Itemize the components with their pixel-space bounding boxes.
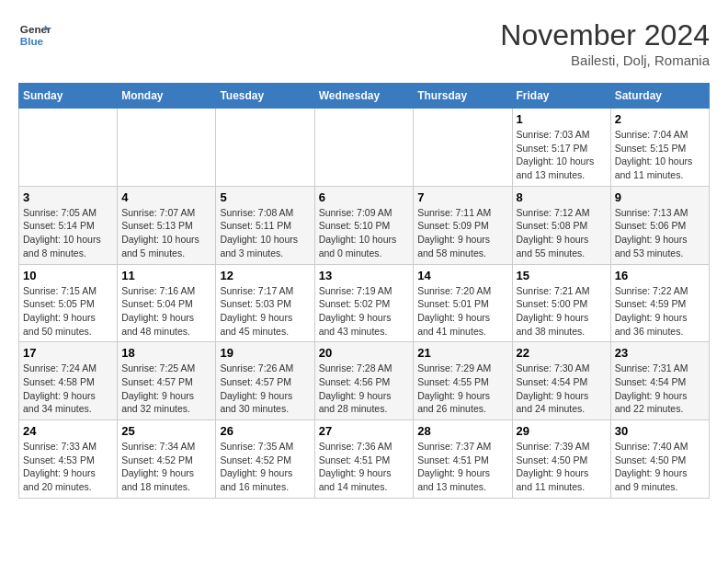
day-number: 20: [319, 346, 410, 360]
calendar-table: SundayMondayTuesdayWednesdayThursdayFrid…: [18, 83, 710, 499]
day-info: Sunrise: 7:34 AMSunset: 4:52 PMDaylight:…: [121, 440, 211, 494]
calendar-cell: 2Sunrise: 7:04 AMSunset: 5:15 PMDaylight…: [610, 109, 709, 187]
calendar-cell: 27Sunrise: 7:36 AMSunset: 4:51 PMDayligh…: [314, 420, 414, 499]
day-info: Sunrise: 7:24 AMSunset: 4:58 PMDaylight:…: [23, 362, 113, 416]
calendar-cell: 23Sunrise: 7:31 AMSunset: 4:54 PMDayligh…: [610, 342, 709, 420]
calendar-cell: 28Sunrise: 7:37 AMSunset: 4:51 PMDayligh…: [414, 420, 512, 499]
calendar-cell: 12Sunrise: 7:17 AMSunset: 5:03 PMDayligh…: [216, 264, 314, 342]
calendar-cell: 1Sunrise: 7:03 AMSunset: 5:17 PMDaylight…: [512, 109, 610, 187]
day-number: 11: [121, 269, 211, 282]
weekday-header-monday: Monday: [118, 84, 216, 109]
weekday-header-wednesday: Wednesday: [314, 84, 414, 109]
day-number: 1: [517, 112, 607, 126]
day-number: 14: [417, 269, 507, 282]
calendar-week-row: 3Sunrise: 7:05 AMSunset: 5:14 PMDaylight…: [19, 186, 710, 264]
calendar-cell: 4Sunrise: 7:07 AMSunset: 5:13 PMDaylight…: [118, 186, 216, 264]
day-info: Sunrise: 7:16 AMSunset: 5:04 PMDaylight:…: [121, 284, 211, 339]
calendar-cell: [19, 109, 118, 187]
day-info: Sunrise: 7:04 AMSunset: 5:15 PMDaylight:…: [615, 128, 705, 182]
calendar-cell: [118, 109, 216, 187]
day-number: 28: [417, 424, 507, 438]
calendar-cell: 22Sunrise: 7:30 AMSunset: 4:54 PMDayligh…: [512, 342, 610, 420]
day-info: Sunrise: 7:28 AMSunset: 4:56 PMDaylight:…: [319, 362, 410, 416]
day-number: 7: [417, 190, 507, 204]
day-number: 10: [23, 269, 113, 282]
day-info: Sunrise: 7:26 AMSunset: 4:57 PMDaylight:…: [220, 362, 310, 416]
day-number: 25: [121, 424, 211, 438]
calendar-week-row: 1Sunrise: 7:03 AMSunset: 5:17 PMDaylight…: [19, 109, 710, 187]
calendar-cell: 30Sunrise: 7:40 AMSunset: 4:50 PMDayligh…: [610, 420, 709, 499]
day-info: Sunrise: 7:19 AMSunset: 5:02 PMDaylight:…: [319, 284, 410, 339]
day-info: Sunrise: 7:35 AMSunset: 4:52 PMDaylight:…: [220, 440, 310, 494]
weekday-header-saturday: Saturday: [610, 84, 709, 109]
month-title: November 2024: [500, 18, 710, 52]
day-info: Sunrise: 7:05 AMSunset: 5:14 PMDaylight:…: [23, 206, 113, 260]
day-number: 23: [615, 346, 705, 360]
day-info: Sunrise: 7:13 AMSunset: 5:06 PMDaylight:…: [615, 206, 705, 260]
weekday-header-sunday: Sunday: [19, 84, 118, 109]
day-number: 2: [615, 112, 705, 126]
day-info: Sunrise: 7:37 AMSunset: 4:51 PMDaylight:…: [417, 440, 507, 494]
calendar-cell: 7Sunrise: 7:11 AMSunset: 5:09 PMDaylight…: [414, 186, 512, 264]
day-info: Sunrise: 7:08 AMSunset: 5:11 PMDaylight:…: [220, 206, 310, 260]
page-header: General Blue November 2024 Bailesti, Dol…: [18, 18, 710, 68]
calendar-cell: 5Sunrise: 7:08 AMSunset: 5:11 PMDaylight…: [216, 186, 314, 264]
calendar-cell: 29Sunrise: 7:39 AMSunset: 4:50 PMDayligh…: [512, 420, 610, 499]
calendar-cell: 8Sunrise: 7:12 AMSunset: 5:08 PMDaylight…: [512, 186, 610, 264]
day-number: 30: [615, 424, 705, 438]
calendar-week-row: 10Sunrise: 7:15 AMSunset: 5:05 PMDayligh…: [19, 264, 710, 342]
calendar-cell: 3Sunrise: 7:05 AMSunset: 5:14 PMDaylight…: [19, 186, 118, 264]
calendar-cell: 15Sunrise: 7:21 AMSunset: 5:00 PMDayligh…: [512, 264, 610, 342]
day-number: 21: [417, 346, 507, 360]
day-number: 13: [319, 269, 410, 282]
calendar-cell: [216, 109, 314, 187]
calendar-cell: 16Sunrise: 7:22 AMSunset: 4:59 PMDayligh…: [610, 264, 709, 342]
day-number: 15: [517, 269, 607, 282]
calendar-cell: 18Sunrise: 7:25 AMSunset: 4:57 PMDayligh…: [118, 342, 216, 420]
calendar-cell: 24Sunrise: 7:33 AMSunset: 4:53 PMDayligh…: [19, 420, 118, 499]
calendar-cell: 19Sunrise: 7:26 AMSunset: 4:57 PMDayligh…: [216, 342, 314, 420]
day-info: Sunrise: 7:17 AMSunset: 5:03 PMDaylight:…: [220, 284, 310, 339]
day-number: 8: [517, 190, 607, 204]
calendar-cell: 10Sunrise: 7:15 AMSunset: 5:05 PMDayligh…: [19, 264, 118, 342]
day-number: 6: [319, 190, 410, 204]
day-number: 12: [220, 269, 310, 282]
day-info: Sunrise: 7:09 AMSunset: 5:10 PMDaylight:…: [319, 206, 410, 260]
title-area: November 2024 Bailesti, Dolj, Romania: [500, 18, 710, 68]
calendar-cell: 25Sunrise: 7:34 AMSunset: 4:52 PMDayligh…: [118, 420, 216, 499]
day-info: Sunrise: 7:30 AMSunset: 4:54 PMDaylight:…: [517, 362, 607, 416]
calendar-week-row: 17Sunrise: 7:24 AMSunset: 4:58 PMDayligh…: [19, 342, 710, 420]
day-info: Sunrise: 7:40 AMSunset: 4:50 PMDaylight:…: [615, 440, 705, 494]
calendar-cell: [314, 109, 414, 187]
day-number: 24: [23, 424, 113, 438]
day-number: 4: [121, 190, 211, 204]
day-number: 16: [615, 269, 705, 282]
logo: General Blue: [18, 18, 51, 52]
weekday-header-friday: Friday: [512, 84, 610, 109]
calendar-cell: 6Sunrise: 7:09 AMSunset: 5:10 PMDaylight…: [314, 186, 414, 264]
logo-icon: General Blue: [18, 18, 51, 52]
weekday-header-row: SundayMondayTuesdayWednesdayThursdayFrid…: [19, 84, 710, 109]
calendar-cell: 14Sunrise: 7:20 AMSunset: 5:01 PMDayligh…: [414, 264, 512, 342]
day-info: Sunrise: 7:11 AMSunset: 5:09 PMDaylight:…: [417, 206, 507, 260]
weekday-header-tuesday: Tuesday: [216, 84, 314, 109]
location: Bailesti, Dolj, Romania: [500, 52, 710, 68]
calendar-cell: 9Sunrise: 7:13 AMSunset: 5:06 PMDaylight…: [610, 186, 709, 264]
day-info: Sunrise: 7:25 AMSunset: 4:57 PMDaylight:…: [121, 362, 211, 416]
day-info: Sunrise: 7:31 AMSunset: 4:54 PMDaylight:…: [615, 362, 705, 416]
calendar-cell: 17Sunrise: 7:24 AMSunset: 4:58 PMDayligh…: [19, 342, 118, 420]
calendar-cell: 21Sunrise: 7:29 AMSunset: 4:55 PMDayligh…: [414, 342, 512, 420]
day-info: Sunrise: 7:29 AMSunset: 4:55 PMDaylight:…: [417, 362, 507, 416]
day-info: Sunrise: 7:21 AMSunset: 5:00 PMDaylight:…: [517, 284, 607, 339]
calendar-cell: 20Sunrise: 7:28 AMSunset: 4:56 PMDayligh…: [314, 342, 414, 420]
day-info: Sunrise: 7:36 AMSunset: 4:51 PMDaylight:…: [319, 440, 410, 494]
day-number: 5: [220, 190, 310, 204]
day-number: 29: [517, 424, 607, 438]
calendar-cell: [414, 109, 512, 187]
day-number: 9: [615, 190, 705, 204]
day-info: Sunrise: 7:22 AMSunset: 4:59 PMDaylight:…: [615, 284, 705, 339]
day-info: Sunrise: 7:15 AMSunset: 5:05 PMDaylight:…: [23, 284, 113, 339]
svg-text:Blue: Blue: [20, 35, 44, 47]
day-info: Sunrise: 7:20 AMSunset: 5:01 PMDaylight:…: [417, 284, 507, 339]
day-info: Sunrise: 7:39 AMSunset: 4:50 PMDaylight:…: [517, 440, 607, 494]
